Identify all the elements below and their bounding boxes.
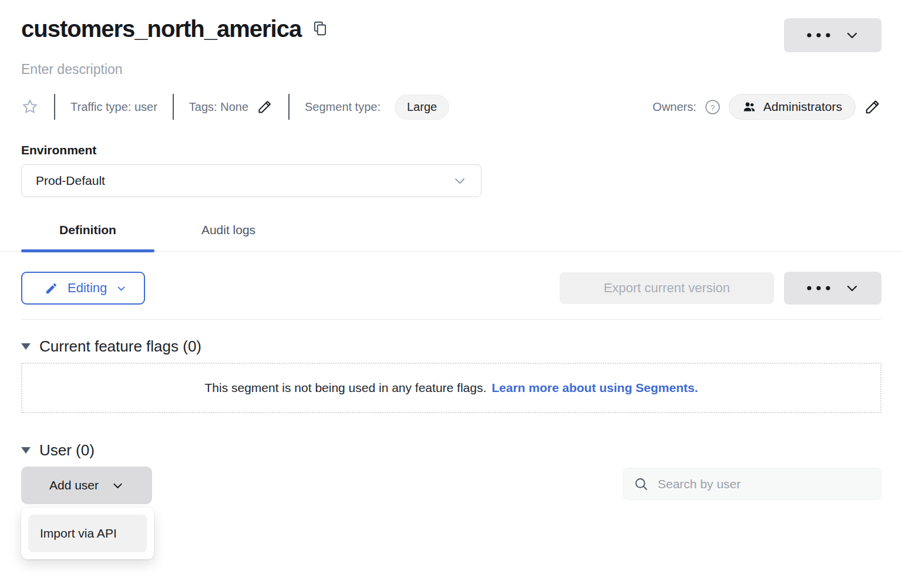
people-icon: [742, 100, 756, 114]
owners-help-button[interactable]: ?: [705, 99, 721, 115]
pencil-filled-icon: [45, 282, 58, 295]
page-header: customers_north_america: [21, 0, 881, 52]
edit-tags-button[interactable]: [257, 99, 273, 115]
owners-label: Owners:: [652, 100, 696, 114]
editing-label: Editing: [68, 281, 107, 296]
environment-selected-value: Prod-Default: [36, 174, 105, 188]
help-circle-icon: ?: [705, 99, 721, 115]
meta-divider: [288, 94, 290, 120]
add-user-label: Add user: [49, 478, 99, 492]
environment-label: Environment: [21, 143, 881, 157]
chevron-down-icon: [845, 28, 859, 42]
edit-owners-button[interactable]: [864, 98, 881, 116]
feature-flags-section-title: Current feature flags (0): [39, 337, 201, 356]
segment-type-label: Segment type:: [305, 100, 381, 114]
tags: Tags: None: [189, 99, 273, 115]
segment-detail-page: customers_north_america Enter descriptio…: [0, 0, 902, 504]
caret-down-icon: [21, 343, 31, 350]
description-field[interactable]: Enter description: [21, 62, 881, 77]
pencil-icon: [257, 99, 273, 115]
learn-more-link[interactable]: Learn more about using Segments.: [492, 381, 698, 395]
chevron-down-icon: [116, 283, 126, 293]
copy-icon: [312, 20, 328, 38]
menu-item-import-via-api[interactable]: Import via API: [28, 515, 147, 552]
chevron-down-icon: [112, 479, 124, 492]
caret-down-icon: [21, 447, 31, 454]
environment-select[interactable]: Prod-Default: [21, 164, 482, 197]
meta-divider: [54, 94, 55, 120]
user-section-title: User (0): [39, 441, 95, 459]
export-current-version-button[interactable]: Export current version: [560, 272, 774, 304]
svg-text:?: ?: [711, 103, 715, 111]
user-toolbar: Add user Import via API: [21, 467, 881, 504]
tab-bar: Definition Audit logs: [0, 223, 902, 252]
copy-name-button[interactable]: [312, 20, 328, 38]
search-by-user-input[interactable]: [657, 477, 871, 492]
feature-flags-section-header[interactable]: Current feature flags (0): [21, 337, 881, 356]
segment-type: Segment type: Large: [305, 94, 449, 120]
empty-state-message: This segment is not being used in any fe…: [204, 381, 486, 395]
star-icon: [21, 98, 39, 116]
owners-pill: Administrators: [729, 94, 856, 120]
segment-type-badge: Large: [395, 94, 449, 120]
traffic-type: Traffic type: user: [70, 100, 157, 114]
user-section-header[interactable]: User (0): [21, 441, 881, 459]
feature-flags-empty-state: This segment is not being used in any fe…: [21, 363, 881, 413]
page-title: customers_north_america: [21, 15, 301, 42]
tags-label: Tags: None: [189, 100, 248, 114]
definition-toolbar: Editing Export current version: [21, 272, 881, 305]
user-search-box: [623, 468, 881, 500]
meta-divider: [173, 94, 174, 120]
ellipsis-icon: [806, 32, 831, 38]
chevron-down-icon: [845, 281, 859, 295]
definition-more-actions-button[interactable]: [784, 272, 881, 305]
search-icon: [634, 477, 649, 492]
chevron-down-icon: [453, 174, 467, 188]
meta-row: Traffic type: user Tags: None Segment ty…: [21, 94, 881, 120]
pencil-icon: [864, 98, 881, 116]
tab-audit-logs[interactable]: Audit logs: [154, 223, 302, 251]
add-user-dropdown-menu: Import via API: [21, 508, 154, 559]
favorite-star-button[interactable]: [21, 98, 39, 116]
section-divider: [21, 319, 881, 320]
ellipsis-icon: [806, 285, 831, 291]
header-more-actions-button[interactable]: [784, 18, 881, 52]
tab-definition[interactable]: Definition: [21, 223, 154, 251]
editing-mode-button[interactable]: Editing: [21, 272, 145, 305]
owners-value: Administrators: [763, 100, 842, 114]
add-user-button[interactable]: Add user: [21, 467, 152, 504]
